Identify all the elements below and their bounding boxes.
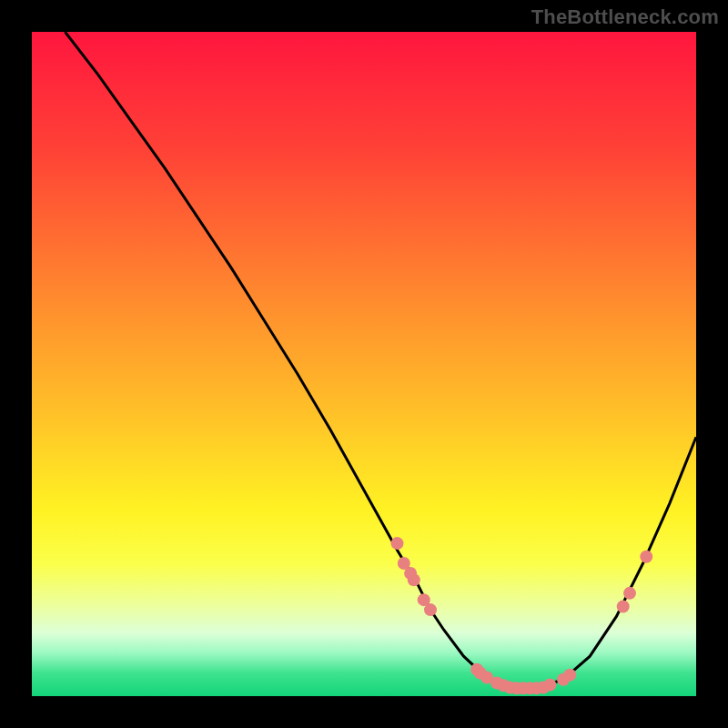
watermark-text: TheBottleneck.com xyxy=(531,5,719,29)
data-point xyxy=(640,551,652,563)
data-point xyxy=(563,669,576,682)
plot-area xyxy=(32,32,696,696)
data-point xyxy=(408,573,420,586)
chart-stage: TheBottleneck.com xyxy=(0,0,728,728)
gradient-background xyxy=(32,32,696,696)
data-point xyxy=(543,679,556,692)
data-point xyxy=(424,603,437,616)
bottleneck-curve-chart xyxy=(32,32,696,696)
data-point xyxy=(617,600,630,612)
data-point xyxy=(391,537,404,550)
data-point xyxy=(623,587,636,600)
